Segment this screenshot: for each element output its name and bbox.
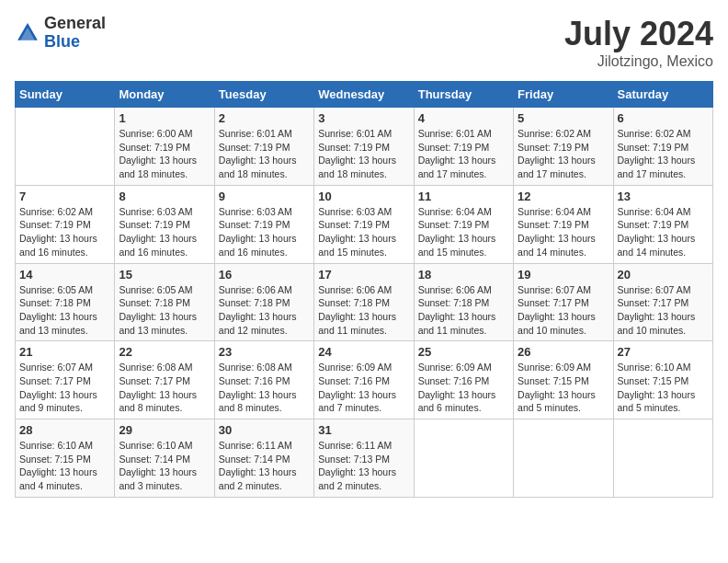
day-number: 13 xyxy=(618,190,709,203)
day-number: 18 xyxy=(418,268,509,282)
calendar-cell xyxy=(613,419,712,498)
calendar-cell: 25Sunrise: 6:09 AM Sunset: 7:16 PM Dayli… xyxy=(414,341,513,419)
day-number: 30 xyxy=(219,423,310,437)
calendar-cell xyxy=(414,419,513,498)
calendar-week-4: 21Sunrise: 6:07 AM Sunset: 7:17 PM Dayli… xyxy=(16,341,713,419)
day-info: Sunrise: 6:09 AM Sunset: 7:16 PM Dayligh… xyxy=(418,361,509,415)
day-info: Sunrise: 6:01 AM Sunset: 7:19 PM Dayligh… xyxy=(219,127,310,181)
day-info: Sunrise: 6:03 AM Sunset: 7:19 PM Dayligh… xyxy=(318,205,409,259)
day-number: 16 xyxy=(219,268,310,282)
calendar-cell: 13Sunrise: 6:04 AM Sunset: 7:19 PM Dayli… xyxy=(613,185,712,263)
day-info: Sunrise: 6:07 AM Sunset: 7:17 PM Dayligh… xyxy=(618,283,709,338)
day-number: 22 xyxy=(119,345,210,359)
day-number: 19 xyxy=(518,268,609,282)
logo-general-text: General xyxy=(44,15,106,33)
day-info: Sunrise: 6:08 AM Sunset: 7:17 PM Dayligh… xyxy=(119,361,210,415)
calendar-cell: 18Sunrise: 6:06 AM Sunset: 7:18 PM Dayli… xyxy=(414,263,513,341)
location: Jilotzingo, Mexico xyxy=(564,53,713,70)
logo-blue-text: Blue xyxy=(44,33,106,52)
day-info: Sunrise: 6:06 AM Sunset: 7:18 PM Dayligh… xyxy=(219,283,310,338)
calendar-cell: 27Sunrise: 6:10 AM Sunset: 7:15 PM Dayli… xyxy=(613,341,712,419)
day-number: 7 xyxy=(19,190,110,203)
calendar-cell: 17Sunrise: 6:06 AM Sunset: 7:18 PM Dayli… xyxy=(314,263,414,341)
day-number: 21 xyxy=(19,345,110,359)
day-number: 4 xyxy=(418,111,509,125)
calendar-header: SundayMondayTuesdayWednesdayThursdayFrid… xyxy=(16,82,713,108)
day-number: 10 xyxy=(318,190,409,203)
day-number: 3 xyxy=(318,111,409,125)
calendar-cell: 8Sunrise: 6:03 AM Sunset: 7:19 PM Daylig… xyxy=(115,185,214,263)
day-info: Sunrise: 6:05 AM Sunset: 7:18 PM Dayligh… xyxy=(119,283,210,338)
calendar-cell: 3Sunrise: 6:01 AM Sunset: 7:19 PM Daylig… xyxy=(314,108,414,186)
day-info: Sunrise: 6:04 AM Sunset: 7:19 PM Dayligh… xyxy=(418,205,509,259)
day-info: Sunrise: 6:04 AM Sunset: 7:19 PM Dayligh… xyxy=(618,205,709,259)
day-header-monday: Monday xyxy=(115,82,214,108)
day-info: Sunrise: 6:02 AM Sunset: 7:19 PM Dayligh… xyxy=(19,205,110,259)
calendar-cell: 28Sunrise: 6:10 AM Sunset: 7:15 PM Dayli… xyxy=(16,419,115,498)
calendar-cell: 19Sunrise: 6:07 AM Sunset: 7:17 PM Dayli… xyxy=(514,263,613,341)
page-header: General Blue July 2024 Jilotzingo, Mexic… xyxy=(15,15,713,70)
day-number: 1 xyxy=(119,111,210,125)
calendar-body: 1Sunrise: 6:00 AM Sunset: 7:19 PM Daylig… xyxy=(16,108,713,498)
day-info: Sunrise: 6:09 AM Sunset: 7:15 PM Dayligh… xyxy=(518,361,609,415)
day-info: Sunrise: 6:09 AM Sunset: 7:16 PM Dayligh… xyxy=(318,361,409,415)
day-number: 8 xyxy=(119,190,210,203)
calendar-cell: 20Sunrise: 6:07 AM Sunset: 7:17 PM Dayli… xyxy=(613,263,712,341)
day-info: Sunrise: 6:02 AM Sunset: 7:19 PM Dayligh… xyxy=(618,127,709,181)
calendar-cell: 10Sunrise: 6:03 AM Sunset: 7:19 PM Dayli… xyxy=(314,185,414,263)
day-header-saturday: Saturday xyxy=(613,82,712,108)
day-header-row: SundayMondayTuesdayWednesdayThursdayFrid… xyxy=(16,82,713,108)
calendar-cell: 6Sunrise: 6:02 AM Sunset: 7:19 PM Daylig… xyxy=(613,108,712,186)
day-number: 29 xyxy=(119,423,210,437)
day-info: Sunrise: 6:03 AM Sunset: 7:19 PM Dayligh… xyxy=(119,205,210,259)
day-info: Sunrise: 6:11 AM Sunset: 7:14 PM Dayligh… xyxy=(219,439,310,493)
day-info: Sunrise: 6:01 AM Sunset: 7:19 PM Dayligh… xyxy=(318,127,409,181)
calendar-week-3: 14Sunrise: 6:05 AM Sunset: 7:18 PM Dayli… xyxy=(16,263,713,341)
day-info: Sunrise: 6:07 AM Sunset: 7:17 PM Dayligh… xyxy=(19,361,110,415)
day-header-friday: Friday xyxy=(514,82,613,108)
day-number: 17 xyxy=(318,268,409,282)
day-info: Sunrise: 6:10 AM Sunset: 7:15 PM Dayligh… xyxy=(618,361,709,415)
day-info: Sunrise: 6:07 AM Sunset: 7:17 PM Dayligh… xyxy=(518,283,609,338)
calendar-cell: 4Sunrise: 6:01 AM Sunset: 7:19 PM Daylig… xyxy=(414,108,513,186)
title-block: July 2024 Jilotzingo, Mexico xyxy=(564,15,713,70)
calendar-cell: 12Sunrise: 6:04 AM Sunset: 7:19 PM Dayli… xyxy=(514,185,613,263)
day-info: Sunrise: 6:08 AM Sunset: 7:16 PM Dayligh… xyxy=(219,361,310,415)
day-info: Sunrise: 6:02 AM Sunset: 7:19 PM Dayligh… xyxy=(518,127,609,181)
calendar-cell: 30Sunrise: 6:11 AM Sunset: 7:14 PM Dayli… xyxy=(214,419,313,498)
day-number: 2 xyxy=(219,111,310,125)
day-number: 20 xyxy=(618,268,709,282)
day-number: 24 xyxy=(318,345,409,359)
calendar-cell: 24Sunrise: 6:09 AM Sunset: 7:16 PM Dayli… xyxy=(314,341,414,419)
day-info: Sunrise: 6:10 AM Sunset: 7:15 PM Dayligh… xyxy=(19,439,110,493)
month-title: July 2024 xyxy=(564,15,713,53)
calendar-cell: 15Sunrise: 6:05 AM Sunset: 7:18 PM Dayli… xyxy=(115,263,214,341)
calendar-cell: 21Sunrise: 6:07 AM Sunset: 7:17 PM Dayli… xyxy=(16,341,115,419)
logo-icon xyxy=(15,20,40,46)
calendar-cell: 2Sunrise: 6:01 AM Sunset: 7:19 PM Daylig… xyxy=(214,108,313,186)
day-header-wednesday: Wednesday xyxy=(314,82,414,108)
calendar-cell: 31Sunrise: 6:11 AM Sunset: 7:13 PM Dayli… xyxy=(314,419,414,498)
day-number: 26 xyxy=(518,345,609,359)
day-number: 31 xyxy=(318,423,409,437)
day-header-tuesday: Tuesday xyxy=(214,82,313,108)
day-header-thursday: Thursday xyxy=(414,82,513,108)
logo: General Blue xyxy=(15,15,106,52)
day-info: Sunrise: 6:00 AM Sunset: 7:19 PM Dayligh… xyxy=(119,127,210,181)
day-info: Sunrise: 6:03 AM Sunset: 7:19 PM Dayligh… xyxy=(219,205,310,259)
day-header-sunday: Sunday xyxy=(16,82,115,108)
day-number: 14 xyxy=(19,268,110,282)
calendar-cell: 29Sunrise: 6:10 AM Sunset: 7:14 PM Dayli… xyxy=(115,419,214,498)
day-number: 11 xyxy=(418,190,509,203)
calendar-cell: 11Sunrise: 6:04 AM Sunset: 7:19 PM Dayli… xyxy=(414,185,513,263)
day-info: Sunrise: 6:11 AM Sunset: 7:13 PM Dayligh… xyxy=(318,439,409,493)
calendar-cell xyxy=(514,419,613,498)
calendar-cell: 9Sunrise: 6:03 AM Sunset: 7:19 PM Daylig… xyxy=(214,185,313,263)
calendar-cell: 16Sunrise: 6:06 AM Sunset: 7:18 PM Dayli… xyxy=(214,263,313,341)
day-number: 25 xyxy=(418,345,509,359)
day-number: 9 xyxy=(219,190,310,203)
day-info: Sunrise: 6:10 AM Sunset: 7:14 PM Dayligh… xyxy=(119,439,210,493)
day-number: 15 xyxy=(119,268,210,282)
day-info: Sunrise: 6:01 AM Sunset: 7:19 PM Dayligh… xyxy=(418,127,509,181)
calendar-table: SundayMondayTuesdayWednesdayThursdayFrid… xyxy=(15,81,713,498)
